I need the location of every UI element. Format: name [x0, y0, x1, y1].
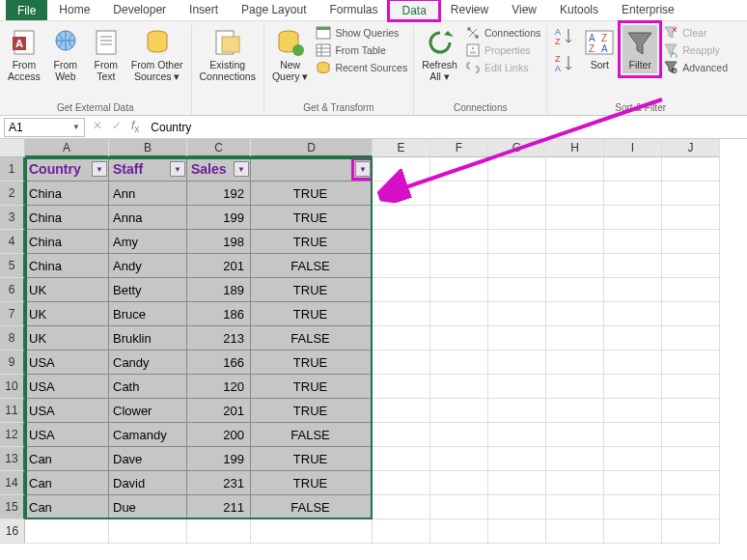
cell[interactable] — [662, 326, 720, 350]
cell[interactable] — [251, 519, 373, 544]
col-header[interactable]: J — [662, 139, 720, 157]
cell[interactable] — [604, 157, 662, 182]
tab-file[interactable]: File — [6, 0, 47, 20]
cell[interactable]: Staff▼ — [109, 157, 187, 182]
col-header[interactable]: F — [430, 139, 488, 157]
cell[interactable]: 186 — [187, 302, 251, 326]
cell[interactable]: TRUE — [251, 350, 373, 375]
cell[interactable] — [430, 423, 488, 447]
cell[interactable] — [662, 182, 720, 206]
cell[interactable] — [488, 495, 546, 519]
cell[interactable]: 120 — [187, 375, 251, 399]
sort-a-z-button[interactable]: AZ — [553, 25, 576, 50]
cell[interactable] — [25, 519, 109, 544]
cell[interactable]: Can — [25, 495, 109, 519]
tab-view[interactable]: View — [500, 0, 548, 20]
tab-review[interactable]: Review — [439, 0, 500, 20]
cell[interactable]: 211 — [187, 495, 251, 519]
cell[interactable] — [109, 519, 187, 544]
cell[interactable] — [488, 447, 546, 471]
row-header[interactable]: 8 — [0, 326, 25, 350]
cell[interactable] — [604, 447, 662, 471]
cell[interactable] — [430, 254, 488, 278]
cell[interactable] — [373, 423, 430, 447]
cell[interactable]: 199 — [187, 447, 251, 471]
cell[interactable]: Betty — [109, 278, 187, 302]
col-header[interactable]: D — [251, 139, 373, 157]
cell[interactable] — [373, 206, 430, 230]
cell[interactable] — [662, 254, 720, 278]
tab-home[interactable]: Home — [47, 0, 101, 20]
cell[interactable] — [546, 278, 604, 302]
enter-icon[interactable]: ✓ — [112, 119, 122, 134]
cell[interactable] — [604, 326, 662, 350]
cell[interactable] — [662, 471, 720, 495]
row-header[interactable]: 11 — [0, 399, 25, 423]
cell[interactable] — [546, 495, 604, 519]
cell[interactable] — [546, 423, 604, 447]
cell[interactable] — [546, 447, 604, 471]
cell[interactable]: Can — [25, 447, 109, 471]
cell[interactable] — [662, 495, 720, 519]
cell[interactable] — [546, 230, 604, 254]
cell[interactable] — [373, 278, 430, 302]
cell[interactable]: Due — [109, 495, 187, 519]
cell[interactable] — [430, 471, 488, 495]
tab-developer[interactable]: Developer — [101, 0, 178, 20]
cell[interactable] — [604, 350, 662, 375]
col-header[interactable]: B — [109, 139, 187, 157]
cell[interactable] — [604, 182, 662, 206]
cell[interactable]: China — [25, 206, 109, 230]
col-header[interactable]: A — [25, 139, 109, 157]
cell[interactable] — [546, 206, 604, 230]
cell[interactable]: USA — [25, 350, 109, 375]
row-header[interactable]: 10 — [0, 375, 25, 399]
cell[interactable] — [546, 519, 604, 544]
cell[interactable]: 166 — [187, 350, 251, 375]
cell[interactable] — [488, 326, 546, 350]
cell[interactable] — [488, 399, 546, 423]
cell[interactable]: 213 — [187, 326, 251, 350]
cell[interactable] — [488, 278, 546, 302]
cell[interactable] — [662, 206, 720, 230]
row-header[interactable]: 7 — [0, 302, 25, 326]
cell[interactable] — [662, 157, 720, 182]
fx-icon[interactable]: fx — [131, 119, 139, 134]
tab-data[interactable]: Data — [389, 0, 438, 20]
row-header[interactable]: 3 — [0, 206, 25, 230]
filter-dropdown-button[interactable]: ▼ — [234, 161, 249, 177]
cell[interactable]: 201 — [187, 399, 251, 423]
cell[interactable] — [430, 495, 488, 519]
cell[interactable] — [373, 326, 430, 350]
cell[interactable] — [662, 399, 720, 423]
cell[interactable] — [662, 302, 720, 326]
cell[interactable] — [187, 519, 251, 544]
cell[interactable] — [604, 254, 662, 278]
cell[interactable] — [430, 447, 488, 471]
from-web-button[interactable]: From Web — [48, 25, 83, 84]
cell[interactable]: TRUE — [251, 447, 373, 471]
cell[interactable] — [662, 423, 720, 447]
cell[interactable] — [373, 495, 430, 519]
cell[interactable] — [546, 471, 604, 495]
cell[interactable]: TRUE — [251, 375, 373, 399]
cell[interactable]: Can — [25, 471, 109, 495]
cell[interactable]: Bruce — [109, 302, 187, 326]
cell[interactable] — [488, 350, 546, 375]
filter-dropdown-button[interactable]: ▼ — [92, 161, 107, 177]
row-header[interactable]: 5 — [0, 254, 25, 278]
filter-dropdown-button[interactable]: ▼ — [170, 161, 185, 177]
row-header[interactable]: 2 — [0, 182, 25, 206]
select-all-corner[interactable] — [0, 139, 25, 157]
col-header[interactable]: E — [373, 139, 430, 157]
cell[interactable]: USA — [25, 423, 109, 447]
cell[interactable]: Country▼ — [25, 157, 109, 182]
cell[interactable] — [546, 182, 604, 206]
from-table-button[interactable]: From Table — [316, 42, 407, 58]
col-header[interactable]: G — [488, 139, 546, 157]
cell[interactable] — [430, 375, 488, 399]
cell[interactable]: FALSE — [251, 495, 373, 519]
cell[interactable]: USA — [25, 375, 109, 399]
name-box[interactable]: A1 ▼ — [4, 118, 85, 137]
row-header[interactable]: 16 — [0, 519, 25, 544]
